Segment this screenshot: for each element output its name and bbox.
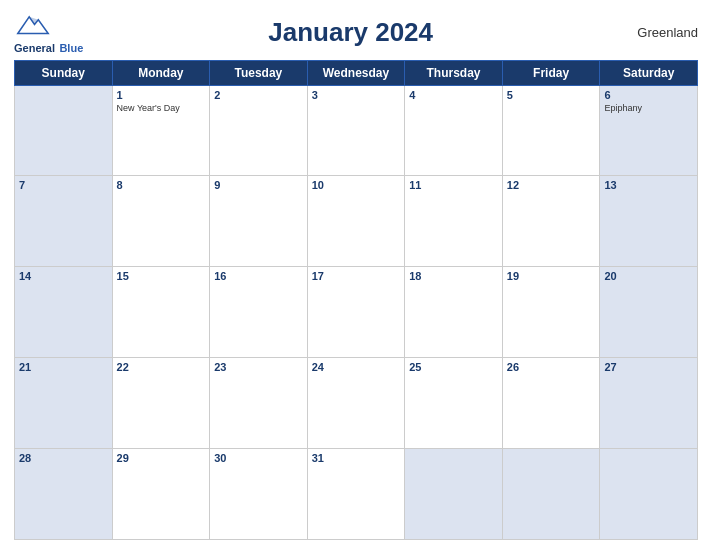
country-label: Greenland <box>618 25 698 40</box>
day-number: 18 <box>409 270 498 282</box>
calendar-cell-w5-d7 <box>600 449 698 540</box>
calendar-cell-w5-d2: 29 <box>112 449 210 540</box>
logo: General Blue <box>14 10 83 56</box>
day-number: 22 <box>117 361 206 373</box>
day-number: 14 <box>19 270 108 282</box>
day-number: 29 <box>117 452 206 464</box>
holiday-name: New Year's Day <box>117 103 206 114</box>
day-number: 27 <box>604 361 693 373</box>
header-monday: Monday <box>112 60 210 85</box>
day-number: 25 <box>409 361 498 373</box>
day-number: 23 <box>214 361 303 373</box>
day-number: 10 <box>312 179 401 191</box>
week-row-1: 1New Year's Day23456Epiphany <box>15 85 698 176</box>
day-number: 11 <box>409 179 498 191</box>
calendar-cell-w3-d5: 18 <box>405 267 503 358</box>
calendar-cell-w3-d3: 16 <box>210 267 308 358</box>
calendar-header: General Blue January 2024 Greenland <box>14 10 698 56</box>
day-number: 13 <box>604 179 693 191</box>
calendar-cell-w3-d4: 17 <box>307 267 405 358</box>
day-number: 5 <box>507 89 596 101</box>
logo-blue: Blue <box>59 42 83 54</box>
day-number: 1 <box>117 89 206 101</box>
calendar-cell-w5-d1: 28 <box>15 449 113 540</box>
day-number: 15 <box>117 270 206 282</box>
calendar-cell-w4-d7: 27 <box>600 358 698 449</box>
calendar-cell-w5-d4: 31 <box>307 449 405 540</box>
day-number: 31 <box>312 452 401 464</box>
calendar-cell-w1-d5: 4 <box>405 85 503 176</box>
calendar-cell-w2-d2: 8 <box>112 176 210 267</box>
calendar-cell-w1-d1 <box>15 85 113 176</box>
day-number: 19 <box>507 270 596 282</box>
calendar-cell-w3-d6: 19 <box>502 267 600 358</box>
calendar-cell-w3-d2: 15 <box>112 267 210 358</box>
day-number: 3 <box>312 89 401 101</box>
calendar-table: Sunday Monday Tuesday Wednesday Thursday… <box>14 60 698 540</box>
calendar-cell-w1-d6: 5 <box>502 85 600 176</box>
day-number: 24 <box>312 361 401 373</box>
calendar-cell-w4-d1: 21 <box>15 358 113 449</box>
calendar-cell-w4-d6: 26 <box>502 358 600 449</box>
day-number: 6 <box>604 89 693 101</box>
header-friday: Friday <box>502 60 600 85</box>
day-number: 4 <box>409 89 498 101</box>
weekday-header-row: Sunday Monday Tuesday Wednesday Thursday… <box>15 60 698 85</box>
week-row-2: 78910111213 <box>15 176 698 267</box>
logo-svg <box>14 10 52 38</box>
day-number: 7 <box>19 179 108 191</box>
svg-marker-1 <box>29 17 38 25</box>
calendar-title: January 2024 <box>268 17 433 47</box>
header-thursday: Thursday <box>405 60 503 85</box>
calendar-cell-w1-d4: 3 <box>307 85 405 176</box>
calendar-cell-w2-d4: 10 <box>307 176 405 267</box>
logo-general: General <box>14 42 55 54</box>
calendar-cell-w5-d3: 30 <box>210 449 308 540</box>
calendar-page: General Blue January 2024 Greenland Sund… <box>0 0 712 550</box>
week-row-3: 14151617181920 <box>15 267 698 358</box>
calendar-cell-w1-d2: 1New Year's Day <box>112 85 210 176</box>
calendar-cell-w2-d3: 9 <box>210 176 308 267</box>
calendar-cell-w1-d3: 2 <box>210 85 308 176</box>
day-number: 17 <box>312 270 401 282</box>
calendar-cell-w3-d1: 14 <box>15 267 113 358</box>
calendar-cell-w5-d5 <box>405 449 503 540</box>
day-number: 9 <box>214 179 303 191</box>
header-tuesday: Tuesday <box>210 60 308 85</box>
day-number: 16 <box>214 270 303 282</box>
calendar-cell-w4-d4: 24 <box>307 358 405 449</box>
calendar-cell-w2-d6: 12 <box>502 176 600 267</box>
calendar-cell-w5-d6 <box>502 449 600 540</box>
title-area: January 2024 <box>83 17 618 48</box>
day-number: 20 <box>604 270 693 282</box>
calendar-cell-w4-d2: 22 <box>112 358 210 449</box>
calendar-cell-w2-d7: 13 <box>600 176 698 267</box>
calendar-cell-w2-d5: 11 <box>405 176 503 267</box>
holiday-name: Epiphany <box>604 103 693 114</box>
calendar-cell-w4-d5: 25 <box>405 358 503 449</box>
calendar-cell-w2-d1: 7 <box>15 176 113 267</box>
week-row-4: 21222324252627 <box>15 358 698 449</box>
calendar-cell-w4-d3: 23 <box>210 358 308 449</box>
header-wednesday: Wednesday <box>307 60 405 85</box>
day-number: 2 <box>214 89 303 101</box>
header-sunday: Sunday <box>15 60 113 85</box>
calendar-cell-w3-d7: 20 <box>600 267 698 358</box>
week-row-5: 28293031 <box>15 449 698 540</box>
calendar-cell-w1-d7: 6Epiphany <box>600 85 698 176</box>
header-saturday: Saturday <box>600 60 698 85</box>
day-number: 21 <box>19 361 108 373</box>
day-number: 26 <box>507 361 596 373</box>
day-number: 8 <box>117 179 206 191</box>
day-number: 30 <box>214 452 303 464</box>
day-number: 12 <box>507 179 596 191</box>
day-number: 28 <box>19 452 108 464</box>
